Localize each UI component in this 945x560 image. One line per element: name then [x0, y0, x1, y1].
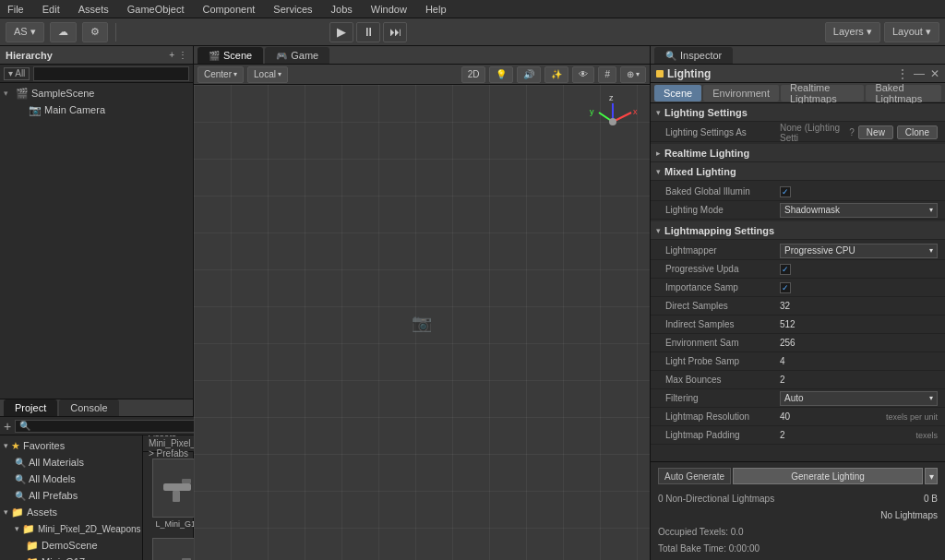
tree-item-assets[interactable]: ▾ 📁 Assets — [0, 504, 142, 520]
lightmapping-arrow: ▾ — [656, 226, 661, 235]
game-tab-icon: 🎮 — [276, 51, 287, 61]
center-panel: 🎬 Scene 🎮 Game Center ▾ Local ▾ 2D — [194, 46, 650, 560]
menu-file[interactable]: File — [4, 4, 28, 15]
hierarchy-search-bar: ▾ All — [0, 65, 193, 83]
baked-global-checkbox[interactable]: ✓ — [780, 186, 791, 197]
section-lightmapping-settings[interactable]: ▾ Lightmapping Settings — [651, 221, 945, 240]
prop-indirect-samples: Indirect Samples 512 — [651, 316, 945, 334]
filtering-dropdown[interactable]: Auto ▾ — [780, 391, 938, 406]
lighting-close-icon[interactable]: ✕ — [930, 67, 939, 80]
auto-generate-toggle[interactable]: Auto Generate — [658, 468, 731, 484]
scene-camera-indicator: 📷 — [412, 313, 432, 333]
total-bake-label: Total Bake Time: 0:00:00 — [658, 543, 760, 554]
menu-help[interactable]: Help — [422, 4, 450, 15]
scene-toolbar: Center ▾ Local ▾ 2D 💡 🔊 ✨ — [194, 65, 650, 85]
lighting-mode-value: Shadowmask — [784, 205, 840, 215]
generate-lighting-dropdown[interactable]: ▾ — [925, 468, 938, 484]
toolbar-right: Layers ▾ Layout ▾ — [825, 22, 939, 42]
lighting-tab-environment[interactable]: Environment — [703, 85, 779, 101]
lighting-indicator — [656, 70, 664, 77]
clone-button[interactable]: Clone — [897, 125, 938, 139]
hierarchy-add-icon[interactable]: + — [169, 50, 174, 60]
section-mixed-lighting[interactable]: ▾ Mixed Lighting — [651, 162, 945, 181]
tab-scene[interactable]: 🎬 Scene — [197, 47, 263, 64]
tab-inspector[interactable]: 🔍 Inspector — [654, 47, 733, 64]
hierarchy-item-samplescene[interactable]: ▾ 🎬 SampleScene — [0, 85, 193, 101]
menu-gameobject[interactable]: GameObject — [124, 4, 188, 15]
tree-item-mini-g17[interactable]: 📁 Mini_G17 — [0, 554, 142, 560]
section-lighting-settings[interactable]: ▾ Lighting Settings — [651, 103, 945, 122]
menu-edit[interactable]: Edit — [39, 4, 64, 15]
hierarchy-title: Hierarchy — [6, 50, 165, 61]
lighting-tab-realtime[interactable]: Realtime Lightmaps — [781, 85, 864, 101]
hierarchy-item-maincamera[interactable]: ▸ 📷 Main Camera — [0, 101, 193, 118]
layout-button[interactable]: Layout ▾ — [884, 22, 939, 42]
menu-services[interactable]: Services — [269, 4, 316, 15]
tree-item-all-models[interactable]: 🔍 All Models — [0, 471, 142, 487]
hidden-icon: 👁 — [579, 69, 588, 79]
scene-hidden-btn[interactable]: 👁 — [572, 66, 594, 83]
project-add-button[interactable]: + — [4, 420, 11, 433]
scene-center-btn[interactable]: Center ▾ — [197, 66, 244, 83]
lightmap-res-value: 40 — [780, 411, 880, 422]
pause-button[interactable]: ⏸ — [356, 22, 380, 42]
lighting-min-icon[interactable]: — — [914, 67, 925, 80]
lighting-header-icons: ⋮ — ✕ — [897, 67, 939, 80]
tab-console[interactable]: Console — [59, 399, 118, 416]
tree-item-favorites[interactable]: ▾ ★ Favorites — [0, 437, 142, 454]
tab-baked-label: Baked Lightmaps — [875, 82, 932, 104]
lighting-tab-scene[interactable]: Scene — [654, 85, 701, 101]
lightmapper-dropdown[interactable]: Progressive CPU ▾ — [780, 244, 938, 258]
all-models-label: All Models — [29, 473, 76, 484]
lighting-menu-icon[interactable]: ⋮ — [897, 67, 908, 80]
mixed-lighting-content: Baked Global Illumin ✓ Lighting Mode Sha… — [651, 181, 945, 221]
layers-button[interactable]: Layers ▾ — [825, 22, 880, 42]
prop-environment-sample: Environment Sam 256 — [651, 334, 945, 352]
prop-filtering: Filtering Auto ▾ — [651, 389, 945, 408]
tree-item-demoscene[interactable]: 📁 DemoScene — [0, 537, 142, 554]
scene-local-btn[interactable]: Local ▾ — [247, 66, 288, 83]
lighting-footer: Auto Generate Generate Lighting ▾ 0 Non-… — [651, 461, 945, 560]
menu-window[interactable]: Window — [367, 4, 411, 15]
scene-gizmo-btn[interactable]: ⊕ ▾ — [620, 66, 646, 83]
lighting-panel-header: Lighting ⋮ — ✕ — [651, 65, 945, 83]
scene-grid-btn[interactable]: # — [598, 66, 616, 83]
hierarchy-search-input[interactable] — [33, 66, 189, 81]
all-materials-label: All Materials — [29, 457, 84, 468]
tree-item-all-prefabs[interactable]: 🔍 All Prefabs — [0, 487, 142, 504]
lighting-mode-dropdown[interactable]: Shadowmask ▾ — [780, 203, 938, 218]
step-button[interactable]: ⏭ — [383, 22, 407, 42]
collab-button[interactable]: ☁ — [50, 22, 77, 42]
main-layout: Hierarchy + ⋮ ▾ All ▾ 🎬 SampleScene ▸ 📷 … — [0, 46, 945, 560]
hierarchy-all-label[interactable]: ▾ All — [4, 67, 30, 80]
hierarchy-menu-icon[interactable]: ⋮ — [178, 50, 187, 60]
tab-project[interactable]: Project — [4, 399, 57, 416]
lighting-tab-baked[interactable]: Baked Lightmaps — [866, 85, 941, 101]
progressive-update-checkbox[interactable]: ✓ — [780, 264, 791, 275]
menu-jobs[interactable]: Jobs — [328, 4, 356, 15]
scene-sound-btn[interactable]: 🔊 — [517, 66, 541, 83]
tree-item-mini-pixel[interactable]: ▾ 📁 Mini_Pixel_2D_Weapons — [0, 520, 142, 537]
menu-component[interactable]: Component — [198, 4, 258, 15]
generate-lighting-button[interactable]: Generate Lighting — [733, 468, 923, 484]
tree-expand-arrow: ▾ — [4, 89, 13, 98]
scene-fx-btn[interactable]: ✨ — [544, 66, 568, 83]
scene-viewport[interactable]: x y z 📷 — [194, 85, 650, 560]
prop-direct-samples: Direct Samples 32 — [651, 297, 945, 316]
tab-game[interactable]: 🎮 Game — [265, 47, 329, 64]
scene-light-btn[interactable]: 💡 — [489, 66, 513, 83]
settings-button[interactable]: ⚙ — [82, 22, 108, 42]
menu-assets[interactable]: Assets — [75, 4, 113, 15]
assets-folder-icon: 📁 — [11, 506, 24, 518]
new-button[interactable]: New — [858, 125, 893, 139]
importance-sample-checkbox[interactable]: ✓ — [780, 282, 791, 293]
scene-2d-btn[interactable]: 2D — [461, 66, 486, 83]
play-button[interactable]: ▶ — [329, 22, 353, 42]
lightmap-padding-label: Lightmap Padding — [665, 430, 776, 440]
section-realtime-lighting[interactable]: ▸ Realtime Lighting — [651, 144, 945, 162]
lighting-settings-content: Lighting Settings As None (Lighting Sett… — [651, 122, 945, 144]
mixed-title: Mixed Lighting — [664, 166, 736, 177]
account-button[interactable]: AS ▾ — [6, 22, 44, 42]
tree-item-all-materials[interactable]: 🔍 All Materials — [0, 454, 142, 471]
generate-lighting-label: Generate Lighting — [791, 471, 865, 482]
